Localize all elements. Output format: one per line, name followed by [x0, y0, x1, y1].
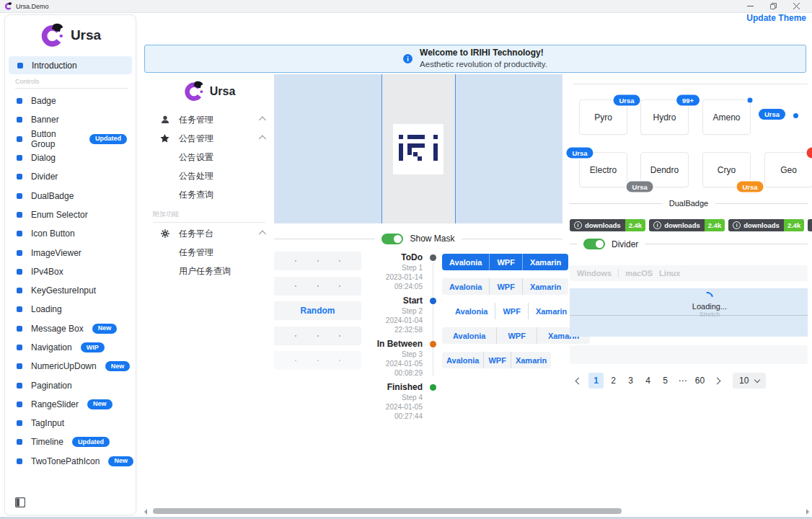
button-xamarin[interactable]: Xamarin	[522, 254, 568, 270]
sidebar-item-navigation[interactable]: NavigationWIP	[5, 338, 136, 357]
sidebar-item-pagination[interactable]: Pagination	[5, 376, 136, 394]
badge-card-hydro: Hydro99+	[640, 99, 689, 135]
button-xamarin[interactable]: Xamarin	[511, 352, 551, 368]
sidebar-item-enum-selector[interactable]: Enum Selector	[5, 205, 136, 224]
random-button[interactable]: Random	[274, 301, 361, 320]
sidebar-item-imageviewer[interactable]: ImageViewer	[5, 243, 136, 262]
square-bullet-icon	[17, 363, 22, 369]
sidebar-item-badge[interactable]: Badge	[5, 92, 136, 110]
page-60[interactable]: 60	[692, 373, 707, 389]
sidebar-item-introduction[interactable]: Introduction	[9, 56, 132, 74]
image-viewer[interactable]	[274, 74, 562, 223]
skeleton-demo: Random	[274, 252, 361, 376]
menu-item-任务管理[interactable]: 任务管理	[144, 243, 274, 262]
sidebar-item-button-group[interactable]: Button GroupUpdated	[5, 130, 136, 148]
sidebar-item-dialog[interactable]: Dialog	[5, 148, 136, 167]
sidebar-item-loading[interactable]: Loading	[5, 300, 136, 319]
sidebar-item-label: TwoTonePathIcon	[31, 456, 100, 466]
button-avalonia[interactable]: Avalonia	[448, 303, 495, 319]
sidebar-item-label: Message Box	[31, 324, 84, 334]
timeline-item-title: Start	[357, 296, 423, 306]
page-size-select[interactable]: 10	[733, 373, 766, 389]
menu-item-用户任务查询[interactable]: 用户任务查询	[144, 262, 274, 280]
badge-pill: Ursa	[627, 182, 653, 192]
button-xamarin[interactable]: Xamarin	[522, 278, 568, 295]
collapse-sidebar-icon[interactable]	[15, 497, 25, 507]
minimize-button[interactable]	[738, 1, 762, 12]
sidebar-item-taginput[interactable]: TagInput	[5, 414, 136, 432]
window-title: Ursa.Demo	[16, 3, 49, 10]
sidebar-item-banner[interactable]: Banner	[5, 110, 136, 129]
sidebar-item-timeline[interactable]: TimelineUpdated	[5, 432, 136, 451]
page-1[interactable]: 1	[588, 373, 604, 389]
page-next-button[interactable]	[710, 373, 725, 389]
person-icon	[160, 115, 169, 124]
sidebar-item-rangeslider[interactable]: RangeSliderNew	[5, 395, 136, 414]
square-bullet-icon	[17, 117, 22, 123]
sidebar-item-label: Timeline	[31, 437, 63, 447]
page-4[interactable]: 4	[640, 373, 656, 389]
page-3[interactable]: 3	[623, 373, 638, 389]
button-wpf[interactable]: WPF	[495, 303, 527, 319]
dualbadge-left: download	[808, 219, 812, 231]
horizontal-scrollbar[interactable]	[141, 507, 812, 515]
button-avalonia[interactable]: Avalonia	[442, 254, 489, 270]
button-wpf[interactable]: WPF	[483, 352, 510, 368]
show-mask-toggle[interactable]	[381, 234, 403, 244]
menu-item-公告设置[interactable]: 公告设置	[144, 148, 274, 167]
menu-item-公告管理[interactable]: 公告管理	[144, 129, 274, 148]
timeline-item-title: In Between	[357, 339, 423, 350]
sidebar-item-badge: New	[105, 361, 131, 371]
menu-item-任务查询[interactable]: 任务查询	[144, 185, 274, 204]
sidebar-item-twotonepathicon[interactable]: TwoTonePathIconNew	[5, 452, 136, 471]
button-avalonia[interactable]: Avalonia	[442, 327, 496, 344]
page-prev-button[interactable]	[571, 373, 586, 389]
sidebar-item-keygestureinput[interactable]: KeyGestureInput	[5, 281, 136, 300]
scroll-right-icon[interactable]	[806, 509, 809, 515]
restore-button[interactable]	[762, 1, 785, 12]
sidebar-item-numericupdown[interactable]: NumericUpDownNew	[5, 357, 136, 376]
button-avalonia[interactable]: Avalonia	[442, 278, 489, 295]
menu-item-任务平台[interactable]: 任务平台	[144, 224, 274, 243]
sidebar-item-dualbadge[interactable]: DualBadge	[5, 186, 136, 205]
scroll-left-icon[interactable]	[144, 509, 147, 515]
sidebar-item-icon-button[interactable]: Icon Button	[5, 224, 136, 243]
button-avalonia[interactable]: Avalonia	[442, 352, 483, 368]
badge-card-pyro: PyroUrsa	[579, 99, 627, 135]
button-wpf[interactable]: WPF	[489, 254, 521, 270]
square-bullet-icon	[17, 212, 22, 218]
close-button[interactable]	[785, 1, 808, 12]
chevron-up-icon	[259, 117, 264, 123]
page-5[interactable]: 5	[658, 373, 673, 389]
timeline-list: ToDoStep 12023-01-14 09:24:05StartStep 2…	[357, 252, 436, 421]
sidebar-item-message-box[interactable]: Message BoxNew	[5, 319, 136, 338]
sidebar-item-ipv4box[interactable]: IPv4Box	[5, 262, 136, 281]
sidebar-item-badge: New	[92, 324, 118, 334]
timeline-item-time: 2024-01-05 00:27:44	[357, 402, 423, 421]
update-theme-button[interactable]: Update Theme	[746, 13, 806, 23]
scrollbar-thumb[interactable]	[153, 508, 622, 514]
sidebar-section-label: Controls	[15, 78, 128, 89]
page-2[interactable]: 2	[606, 373, 621, 389]
square-bullet-icon	[17, 174, 22, 179]
sidebar-item-label: Enum Selector	[31, 210, 88, 220]
timeline-dot	[430, 341, 436, 347]
sidebar-item-divider[interactable]: Divider	[5, 167, 136, 186]
info-icon	[733, 221, 741, 229]
square-bullet-icon	[17, 269, 22, 275]
button-xamarin[interactable]: Xamarin	[528, 303, 574, 319]
sidebar-item-badge: Updated	[72, 437, 110, 447]
square-bullet-icon	[17, 345, 22, 350]
button-groups: AvaloniaWPFXamarinAvaloniaWPFXamarinAval…	[442, 254, 562, 376]
button-group-light-compact: AvaloniaWPFXamarin	[442, 352, 551, 368]
button-wpf[interactable]: WPF	[489, 278, 521, 295]
menu-item-label: 任务管理	[179, 247, 213, 259]
menu-item-公告处理[interactable]: 公告处理	[144, 167, 274, 185]
square-bullet-icon	[17, 420, 22, 426]
menu-item-任务管理[interactable]: 任务管理	[144, 110, 274, 129]
button-wpf[interactable]: WPF	[496, 327, 536, 344]
dualbadge-label: downloads	[664, 221, 700, 229]
timeline-item-time: 2024-01-05 00:08:29	[357, 359, 423, 378]
banner-title: Welcome to IRIHI Technology!	[420, 48, 547, 59]
divider-toggle[interactable]	[583, 239, 605, 249]
